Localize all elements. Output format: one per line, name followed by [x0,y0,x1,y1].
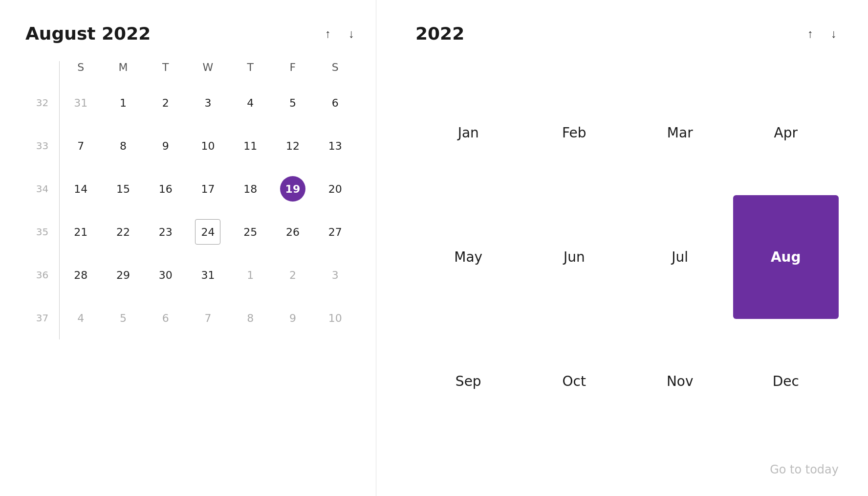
day-cell-w3-d3[interactable]: 24 [187,210,229,253]
day-cell-w0-d6[interactable]: 6 [314,81,356,124]
day-cell-w0-d0[interactable]: 31 [60,81,102,124]
day-cell-w3-d6[interactable]: 27 [314,210,356,253]
day-header-W: W [187,61,229,81]
month-grid: JanFebMarAprMayJunJulAugSepOctNovDec [415,71,839,443]
day-cell-w5-d5[interactable]: 9 [272,296,314,339]
week-num-header [25,61,60,81]
day-calendar-title: August 2022 [25,23,151,44]
day-cell-w2-d3[interactable]: 17 [187,167,229,210]
day-header-S2: S [314,61,356,81]
day-header-S1: S [60,61,102,81]
day-cell-w0-d3[interactable]: 3 [187,81,229,124]
day-cell-w1-d2[interactable]: 9 [144,124,187,167]
day-cell-w5-d3[interactable]: 7 [187,296,229,339]
month-cell-aug[interactable]: Aug [733,195,839,319]
month-cell-jul[interactable]: Jul [627,195,733,319]
day-cell-w2-d1[interactable]: 15 [102,167,145,210]
day-cell-w4-d2[interactable]: 30 [144,253,187,296]
day-cell-w1-d3[interactable]: 10 [187,124,229,167]
week-num-34: 34 [25,167,60,210]
day-cell-w5-d4[interactable]: 8 [229,296,272,339]
day-header-F: F [272,61,314,81]
day-cell-w4-d6[interactable]: 3 [314,253,356,296]
day-cell-w4-d5[interactable]: 2 [272,253,314,296]
week-num-33: 33 [25,124,60,167]
day-cell-w3-d1[interactable]: 22 [102,210,145,253]
day-calendar-up-arrow[interactable]: ↑ [323,26,333,42]
day-calendar-nav: ↑ ↓ [323,26,356,42]
day-header-T1: T [144,61,187,81]
month-cell-sep[interactable]: Sep [415,319,521,443]
day-cell-w4-d0[interactable]: 28 [60,253,102,296]
day-cell-w4-d4[interactable]: 1 [229,253,272,296]
year-calendar-nav: ↑ ↓ [805,26,839,42]
month-cell-feb[interactable]: Feb [521,71,628,195]
week-num-32: 32 [25,81,60,124]
day-cell-w2-d4[interactable]: 18 [229,167,272,210]
day-cell-w5-d2[interactable]: 6 [144,296,187,339]
day-cell-w3-d2[interactable]: 23 [144,210,187,253]
day-cell-w1-d4[interactable]: 11 [229,124,272,167]
month-cell-mar[interactable]: Mar [627,71,733,195]
day-cell-w5-d0[interactable]: 4 [60,296,102,339]
day-cell-w1-d6[interactable]: 13 [314,124,356,167]
day-calendar-header: August 2022 ↑ ↓ [25,23,356,44]
day-calendar-panel: August 2022 ↑ ↓ S M T W T F S 3231123456… [0,0,376,496]
go-to-today-button[interactable]: Go to today [770,463,839,476]
day-cell-w0-d2[interactable]: 2 [144,81,187,124]
day-calendar-down-arrow[interactable]: ↓ [347,26,356,42]
day-cell-w1-d1[interactable]: 8 [102,124,145,167]
day-cell-w5-d1[interactable]: 5 [102,296,145,339]
day-header-M: M [102,61,145,81]
year-calendar-down-arrow[interactable]: ↓ [829,26,839,42]
day-cell-w2-d0[interactable]: 14 [60,167,102,210]
day-cell-w4-d1[interactable]: 29 [102,253,145,296]
week-num-36: 36 [25,253,60,296]
month-cell-jan[interactable]: Jan [415,71,521,195]
day-cell-w1-d5[interactable]: 12 [272,124,314,167]
day-cell-w2-d5[interactable]: 19 [272,167,314,210]
week-num-35: 35 [25,210,60,253]
day-cell-w5-d6[interactable]: 10 [314,296,356,339]
day-cell-w3-d4[interactable]: 25 [229,210,272,253]
go-to-today-container: Go to today [415,463,839,476]
year-calendar-header: 2022 ↑ ↓ [415,23,839,44]
day-cell-w0-d1[interactable]: 1 [102,81,145,124]
year-calendar-content: 2022 ↑ ↓ JanFebMarAprMayJunJulAugSepOctN… [415,23,839,476]
month-cell-jun[interactable]: Jun [521,195,628,319]
day-grid: S M T W T F S 32311234563378910111213341… [25,61,356,339]
year-calendar-up-arrow[interactable]: ↑ [805,26,815,42]
day-cell-w0-d4[interactable]: 4 [229,81,272,124]
day-cell-w2-d2[interactable]: 16 [144,167,187,210]
month-cell-apr[interactable]: Apr [733,71,839,195]
week-num-37: 37 [25,296,60,339]
day-header-T2: T [229,61,272,81]
day-cell-w1-d0[interactable]: 7 [60,124,102,167]
month-cell-oct[interactable]: Oct [521,319,628,443]
year-calendar-panel: 2022 ↑ ↓ JanFebMarAprMayJunJulAugSepOctN… [376,0,868,496]
month-cell-nov[interactable]: Nov [627,319,733,443]
year-calendar-title: 2022 [415,23,464,44]
month-cell-may[interactable]: May [415,195,521,319]
day-cell-w0-d5[interactable]: 5 [272,81,314,124]
day-cell-w2-d6[interactable]: 20 [314,167,356,210]
month-cell-dec[interactable]: Dec [733,319,839,443]
day-cell-w3-d5[interactable]: 26 [272,210,314,253]
day-cell-w4-d3[interactable]: 31 [187,253,229,296]
day-cell-w3-d0[interactable]: 21 [60,210,102,253]
